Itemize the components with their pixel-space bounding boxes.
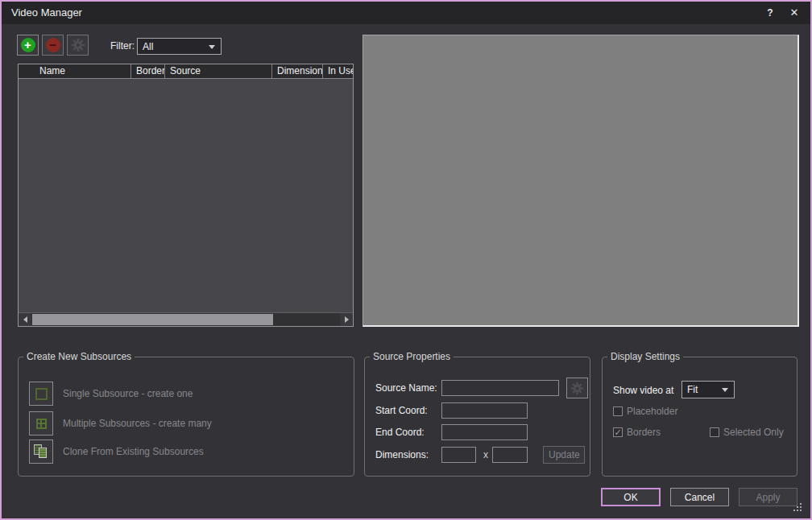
video-preview-panel: [362, 35, 799, 327]
help-button[interactable]: ?: [759, 2, 781, 24]
column-header-source[interactable]: Source: [165, 64, 272, 78]
triangle-right-icon: [345, 316, 349, 323]
create-new-subsources-group: Create New Subsources Single Subsource -…: [18, 351, 354, 477]
dimensions-label: Dimensions:: [375, 449, 429, 460]
titlebar[interactable]: Video Manager ? ✕: [2, 2, 810, 24]
clone-subsources-button[interactable]: [29, 440, 53, 464]
dimensions-separator: x: [483, 449, 488, 460]
scroll-left-button[interactable]: [19, 313, 31, 326]
list-header: Name Border Source Dimensions In Use: [19, 64, 353, 79]
selected-only-checkbox[interactable]: Selected Only: [710, 427, 784, 438]
show-video-selected-value: Fit: [682, 384, 698, 395]
horizontal-scrollbar[interactable]: [19, 312, 353, 326]
add-icon: +: [21, 38, 35, 52]
gear-icon: [71, 38, 85, 52]
grid-icon: [36, 419, 47, 429]
column-header-name[interactable]: Name: [19, 64, 131, 78]
column-header-border[interactable]: Border: [131, 64, 165, 78]
scroll-right-button[interactable]: [340, 313, 353, 326]
filter-selected-value: All: [138, 41, 153, 52]
start-coord-label: Start Coord:: [375, 405, 428, 416]
single-subsource-label: Single Subsource - create one: [63, 388, 193, 399]
apply-button[interactable]: Apply: [739, 488, 798, 506]
show-video-dropdown[interactable]: Fit: [682, 381, 735, 398]
source-name-label: Source Name:: [375, 382, 437, 394]
remove-subsource-button[interactable]: −: [42, 35, 64, 56]
multiple-subsources-label: Multiple Subsources - create many: [63, 418, 212, 429]
triangle-left-icon: [23, 316, 27, 323]
clone-subsources-row: Clone From Existing Subsources: [29, 440, 204, 464]
selected-only-label: Selected Only: [723, 427, 784, 438]
end-coord-input[interactable]: [441, 424, 528, 440]
cancel-button[interactable]: Cancel: [670, 488, 729, 506]
help-icon: ?: [767, 7, 773, 19]
window-title: Video Manager: [11, 2, 82, 24]
plus-glyph: +: [24, 39, 31, 52]
close-icon: ✕: [790, 6, 799, 19]
filter-label: Filter:: [110, 40, 135, 52]
source-name-input[interactable]: [441, 380, 559, 396]
borders-label: Borders: [627, 427, 661, 438]
subsource-list-body[interactable]: [19, 79, 353, 312]
multiple-subsources-row: Multiple Subsources - create many: [29, 411, 212, 435]
clone-page-front: [39, 448, 47, 458]
single-subsource-button[interactable]: [29, 382, 53, 406]
checkbox-check-icon[interactable]: ✓: [613, 427, 623, 437]
end-coord-label: End Coord:: [375, 427, 425, 438]
video-manager-window: Video Manager ? ✕ + − Filter: All Name: [0, 0, 812, 520]
settings-toolbar-button[interactable]: [67, 35, 89, 56]
start-coord-input[interactable]: [441, 402, 528, 419]
filter-dropdown[interactable]: All: [137, 38, 222, 55]
close-button[interactable]: ✕: [783, 2, 806, 24]
minus-glyph: −: [49, 39, 56, 52]
checkbox-box-icon[interactable]: [613, 407, 623, 416]
source-properties-group: Source Properties Source Name: Start Coo…: [364, 351, 590, 477]
chevron-down-icon: [209, 45, 215, 49]
display-settings-group: Display Settings Show video at Fit Place…: [602, 351, 798, 477]
borders-checkbox[interactable]: ✓ Borders: [613, 427, 661, 438]
dimension-height-input[interactable]: [492, 447, 528, 463]
add-subsource-button[interactable]: +: [17, 35, 39, 56]
gear-icon: [570, 382, 584, 395]
clone-subsources-label: Clone From Existing Subsources: [63, 446, 204, 457]
multiple-subsources-button[interactable]: [29, 411, 53, 435]
placeholder-checkbox[interactable]: Placeholder: [613, 406, 677, 417]
create-group-title: Create New Subsources: [23, 351, 135, 362]
update-button[interactable]: Update: [543, 446, 585, 464]
grip-dots-icon: [793, 503, 795, 505]
ok-button[interactable]: OK: [601, 488, 661, 506]
display-settings-title: Display Settings: [607, 351, 683, 362]
single-square-icon: [35, 388, 48, 400]
placeholder-label: Placeholder: [627, 406, 677, 417]
source-properties-title: Source Properties: [370, 351, 454, 362]
column-header-dimensions[interactable]: Dimensions: [272, 64, 323, 78]
scrollbar-track[interactable]: [31, 313, 340, 326]
clone-documents-icon: [34, 444, 49, 459]
remove-icon: −: [46, 38, 60, 52]
checkbox-box-icon[interactable]: [710, 427, 719, 437]
scrollbar-thumb[interactable]: [32, 314, 273, 325]
chevron-down-icon: [722, 388, 728, 392]
subsource-list: Name Border Source Dimensions In Use: [18, 64, 354, 327]
show-video-at-label: Show video at: [613, 385, 673, 396]
single-subsource-row: Single Subsource - create one: [29, 382, 193, 406]
source-name-settings-button[interactable]: [566, 378, 588, 398]
dimension-width-input[interactable]: [441, 447, 476, 463]
resize-grip[interactable]: [793, 503, 803, 513]
column-header-in-use[interactable]: In Use: [323, 64, 353, 78]
